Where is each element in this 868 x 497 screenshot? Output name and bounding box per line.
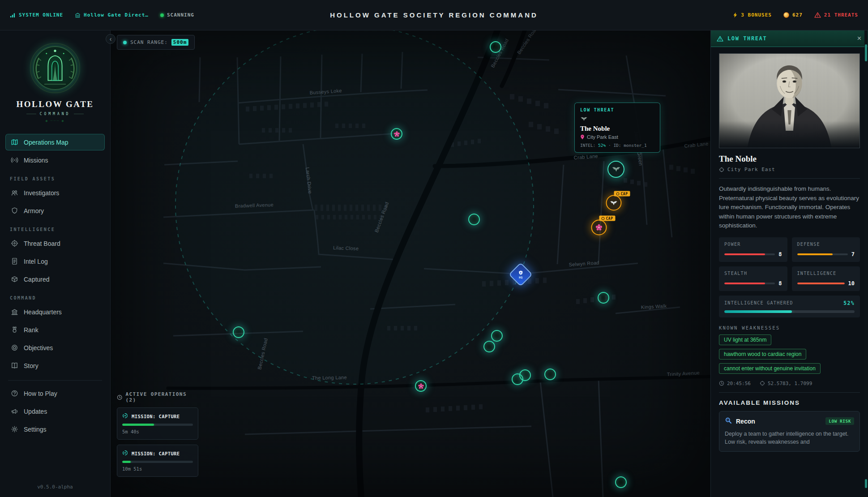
map-marker[interactable] (519, 369, 531, 381)
medal-icon (11, 326, 18, 334)
sidebar-nav: Operations MapMissionsFIELD ASSETSInvest… (0, 133, 110, 477)
threats-badge[interactable]: 21 THREATS (814, 12, 858, 18)
waves-icon (11, 156, 18, 164)
warning-icon (814, 12, 821, 18)
map-marker[interactable] (490, 41, 501, 53)
map-marker[interactable] (598, 292, 609, 304)
sidebar-item-headquarters[interactable]: Headquarters (5, 304, 105, 320)
gear-icon (11, 425, 18, 433)
mission-progress-track (122, 461, 193, 463)
stat-defense: DEFENSE7 (792, 237, 860, 262)
threat-panel: LOW THREAT × (710, 30, 868, 497)
app-window: SYSTEM ONLINE Hollow Gate Direct… SCANNI… (0, 0, 868, 497)
tooltip-threat-level: LOW THREAT (580, 107, 654, 112)
people-icon (11, 189, 18, 197)
mission-label: MISSION: CAPTURE (132, 414, 180, 419)
currency-badge[interactable]: 627 (783, 12, 803, 18)
sidebar-item-label: Story (24, 362, 38, 369)
building-icon (75, 13, 81, 18)
sidebar-item-captured[interactable]: Captured (5, 271, 105, 287)
close-panel-button[interactable]: × (857, 34, 862, 43)
clock-icon (117, 394, 123, 400)
sidebar-item-armory[interactable]: Armory (5, 202, 105, 219)
map-icon (11, 138, 18, 146)
capture-mission-marker[interactable]: CAP (606, 195, 622, 211)
threat-panel-header: LOW THREAT × (711, 30, 868, 47)
monster-portrait (719, 53, 860, 148)
page-title: HOLLOW GATE SOCIETY REGION COMMAND (330, 11, 538, 19)
sidebar-item-how-to-play[interactable]: How to Play (5, 385, 105, 402)
hollow-gate-emblem-icon (28, 41, 82, 95)
threat-panel-body: The Noble City Park East Outwardly indis… (711, 47, 868, 497)
sidebar: HOLLOW GATE COMMAND ◆ ─── ◆ Operations M… (0, 30, 111, 497)
available-mission-card[interactable]: ReconLOW RISKDeploy a team to gather int… (719, 411, 860, 452)
map-marker[interactable] (233, 326, 244, 338)
flower-marker[interactable] (391, 128, 402, 140)
crosshair-icon (760, 381, 765, 386)
sidebar-item-label: Updates (24, 408, 47, 415)
scanning-dot-icon (160, 13, 164, 17)
sidebar-item-label: How to Play (24, 390, 57, 397)
doc-icon (11, 257, 18, 265)
sidebar-section-header: COMMAND (10, 296, 100, 300)
sidebar-item-label: Threat Board (24, 240, 60, 247)
meta-row: 20:45:56 52.5783, 1.7099 (719, 381, 860, 386)
coords-meta: 52.5783, 1.7099 (760, 381, 812, 386)
selected-monster-marker[interactable] (607, 161, 624, 178)
objective-icon (11, 344, 18, 351)
bonuses-badge[interactable]: 3 BONUSES (733, 12, 772, 18)
hq-marker[interactable]: HQ (510, 264, 531, 285)
sidebar-collapse-button[interactable]: ‹ (106, 34, 115, 44)
recon-icon (725, 417, 732, 426)
map-marker[interactable] (615, 476, 627, 488)
mission-time-remaining: 10m 51s (122, 466, 193, 471)
coin-icon (783, 12, 789, 18)
operations-map[interactable]: Busseys LokeBeccles RoadBeccles RoadBecc… (111, 30, 710, 497)
risk-badge: LOW RISK (825, 417, 854, 425)
flower-marker[interactable] (415, 380, 427, 392)
box-icon (11, 275, 18, 283)
mission-name: Recon (736, 418, 755, 425)
map-marker[interactable] (544, 368, 556, 380)
org-name[interactable]: Hollow Gate Direct… (75, 12, 149, 18)
active-mission-card[interactable]: MISSION: CAPTURE5m 40s (117, 407, 198, 440)
sidebar-item-operations-map[interactable]: Operations Map (5, 134, 105, 150)
sidebar-item-investigators[interactable]: Investigators (5, 184, 105, 201)
map-marker[interactable] (483, 341, 495, 352)
crosshair-icon (719, 167, 724, 172)
sidebar-item-missions[interactable]: Missions (5, 152, 105, 168)
sidebar-item-threat-board[interactable]: Threat Board (5, 235, 105, 252)
megaphone-icon (11, 407, 18, 415)
sidebar-item-settings[interactable]: Settings (5, 421, 105, 437)
intel-gathered-card: INTELLIGENCE GATHERED 52% (719, 296, 860, 317)
target-icon (11, 240, 18, 247)
sidebar-item-intel-log[interactable]: Intel Log (5, 253, 105, 270)
topbar: SYSTEM ONLINE Hollow Gate Direct… SCANNI… (0, 0, 868, 30)
mission-progress-icon (122, 413, 128, 420)
sidebar-item-rank[interactable]: Rank (5, 321, 105, 338)
stat-intelligence: INTELLIGENCE10 (792, 266, 860, 291)
stat-stealth: STEALTH8 (719, 266, 787, 291)
logo-title: HOLLOW GATE (4, 99, 106, 109)
sidebar-item-story[interactable]: Story (5, 357, 105, 374)
sidebar-item-updates[interactable]: Updates (5, 403, 105, 420)
mission-progress-track (122, 424, 193, 426)
map-marker[interactable] (468, 214, 480, 225)
capture-badge: CAP (599, 216, 616, 221)
logo-ornament: ◆ ─── ◆ (4, 119, 106, 123)
time-meta: 20:45:56 (719, 381, 751, 386)
sidebar-item-objectives[interactable]: Objectives (5, 339, 105, 356)
capture-mission-marker[interactable]: CAP (591, 220, 607, 236)
sidebar-item-label: Investigators (24, 189, 59, 197)
version-label: v0.5.0-alpha (0, 477, 110, 497)
mission-label: MISSION: CAPTURE (132, 451, 180, 456)
capture-badge: CAP (614, 191, 630, 197)
active-mission-card[interactable]: MISSION: CAPTURE10m 51s (117, 445, 198, 477)
warning-icon (717, 36, 723, 42)
monster-description: Outwardly indistinguishable from humans.… (719, 184, 860, 231)
system-status: SYSTEM ONLINE (10, 12, 63, 18)
weakness-chip: cannot enter without genuine invitation (719, 363, 821, 374)
sidebar-item-label: Headquarters (24, 308, 62, 316)
panel-scrollbar[interactable] (864, 30, 868, 497)
map-marker[interactable] (491, 330, 503, 342)
